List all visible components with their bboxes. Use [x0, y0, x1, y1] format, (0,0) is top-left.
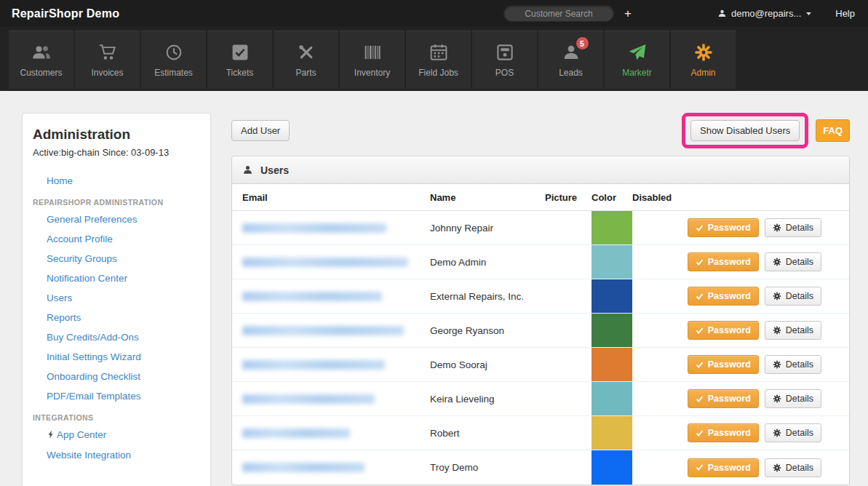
- details-button[interactable]: Details: [765, 355, 821, 374]
- gear-icon: [773, 360, 781, 369]
- password-button[interactable]: Password: [688, 252, 759, 271]
- tab-invoices[interactable]: Invoices: [75, 31, 140, 89]
- redacted-email: [242, 463, 365, 472]
- details-button[interactable]: Details: [765, 389, 821, 408]
- sidebar-item-security-groups[interactable]: Security Groups: [33, 249, 200, 268]
- tab-label: Estimates: [154, 68, 193, 78]
- color-swatch: [592, 416, 632, 450]
- tab-leads[interactable]: 5 Leads: [538, 31, 603, 89]
- tab-admin[interactable]: Admin: [671, 31, 736, 89]
- person-icon: [717, 9, 727, 18]
- chevron-down-icon: [805, 12, 812, 16]
- sidebar-item-app-center[interactable]: App Center: [33, 425, 200, 445]
- clock-icon: [164, 42, 184, 63]
- calendar-icon: [429, 42, 449, 63]
- tab-tickets[interactable]: Tickets: [207, 31, 272, 89]
- check-icon: [696, 327, 704, 335]
- top-bar: RepairShopr Demo + demo@repairs... Help: [0, 0, 868, 27]
- users-panel-header: Users: [232, 156, 849, 184]
- sidebar-item-general-preferences[interactable]: General Preferences: [33, 210, 200, 229]
- account-status: Active:big-chain Since: 03-09-13: [33, 147, 200, 158]
- customers-icon: [31, 42, 52, 63]
- password-button[interactable]: Password: [688, 355, 759, 374]
- add-button[interactable]: +: [624, 7, 632, 20]
- check-icon: [696, 292, 704, 300]
- content-area: Administration Active:big-chain Since: 0…: [0, 91, 868, 486]
- details-button[interactable]: Details: [765, 252, 821, 271]
- details-button[interactable]: Details: [765, 287, 821, 306]
- sidebar-section-label: REPAIRSHOPR ADMINISTRATION: [33, 191, 200, 210]
- user-name: Demo Sooraj: [430, 359, 545, 370]
- check-square-icon: [230, 42, 250, 63]
- show-disabled-users-button[interactable]: Show Disabled Users: [690, 120, 800, 141]
- sidebar-item-website-integration[interactable]: Website Integration: [33, 445, 200, 465]
- sidebar-item-onboarding-checklist[interactable]: Onboarding Checklist: [33, 367, 200, 386]
- password-button[interactable]: Password: [688, 218, 759, 237]
- tab-field-jobs[interactable]: Field Jobs: [406, 31, 471, 89]
- leads-badge: 5: [576, 37, 589, 49]
- redacted-email: [242, 429, 350, 438]
- color-swatch: [592, 245, 632, 279]
- tab-label: Parts: [295, 68, 316, 78]
- details-button[interactable]: Details: [765, 218, 821, 237]
- barcode-icon: [362, 42, 383, 63]
- sidebar-item-buy-credits[interactable]: Buy Credits/Add-Ons: [33, 327, 200, 347]
- table-row: Keira Lieveling Password Details: [232, 382, 849, 416]
- admin-sidebar: Administration Active:big-chain Since: 0…: [22, 113, 211, 486]
- sidebar-item-notification-center[interactable]: Notification Center: [33, 268, 200, 288]
- redacted-email: [242, 360, 385, 370]
- sidebar-item-pdf-email-templates[interactable]: PDF/Email Templates: [33, 386, 200, 406]
- tab-pos[interactable]: POS: [472, 31, 537, 89]
- password-button[interactable]: Password: [688, 423, 759, 442]
- gear-icon: [773, 223, 781, 232]
- details-button[interactable]: Details: [765, 321, 821, 340]
- check-icon: [696, 429, 704, 437]
- tab-label: Inventory: [354, 68, 390, 78]
- details-button[interactable]: Details: [765, 423, 821, 442]
- paper-plane-icon: [627, 42, 648, 63]
- details-button[interactable]: Details: [765, 458, 821, 477]
- redacted-email: [242, 223, 386, 233]
- gear-icon: [773, 326, 781, 335]
- sidebar-item-initial-settings-wizard[interactable]: Initial Settings Wizard: [33, 347, 200, 367]
- password-button[interactable]: Password: [688, 458, 759, 477]
- gear-icon: [773, 463, 781, 472]
- customer-search-input[interactable]: [503, 5, 614, 22]
- cart-icon: [97, 42, 118, 63]
- gear-icon: [773, 258, 781, 266]
- sidebar-section-label: INTEGRATIONS: [33, 406, 200, 425]
- column-header-picture: Picture: [545, 192, 592, 203]
- column-header-name: Name: [430, 192, 545, 203]
- help-link[interactable]: Help: [835, 8, 855, 19]
- check-icon: [696, 258, 704, 266]
- tab-marketr[interactable]: Marketr: [605, 31, 669, 89]
- sidebar-menu: Home REPAIRSHOPR ADMINISTRATION General …: [33, 171, 200, 465]
- sidebar-item-users[interactable]: Users: [33, 288, 200, 308]
- tab-parts[interactable]: Parts: [274, 31, 338, 89]
- check-icon: [696, 463, 704, 471]
- column-header-email: Email: [232, 192, 430, 203]
- password-button[interactable]: Password: [688, 321, 759, 340]
- add-user-button[interactable]: Add User: [231, 120, 290, 141]
- redacted-email: [242, 292, 382, 301]
- sidebar-item-home[interactable]: Home: [33, 171, 200, 191]
- tab-label: Field Jobs: [418, 68, 458, 78]
- page-title: Administration: [33, 127, 200, 143]
- password-button[interactable]: Password: [688, 287, 759, 306]
- tab-inventory[interactable]: Inventory: [340, 31, 405, 89]
- sidebar-item-account-profile[interactable]: Account Profile: [33, 229, 200, 249]
- table-row: External Repairs, Inc. Password Details: [232, 279, 849, 314]
- faq-button[interactable]: FAQ: [816, 119, 850, 142]
- tab-customers[interactable]: Customers: [9, 31, 73, 89]
- gear-icon: [773, 394, 781, 403]
- tab-label: Tickets: [226, 68, 254, 78]
- account-menu[interactable]: demo@repairs...: [717, 8, 812, 19]
- sidebar-item-reports[interactable]: Reports: [33, 308, 200, 327]
- tab-label: Customers: [20, 68, 62, 78]
- color-swatch: [592, 279, 632, 313]
- tab-estimates[interactable]: Estimates: [141, 31, 206, 89]
- gear-icon: [773, 292, 781, 300]
- user-name: Keira Lieveling: [430, 394, 545, 405]
- color-swatch: [592, 450, 632, 485]
- password-button[interactable]: Password: [688, 389, 759, 408]
